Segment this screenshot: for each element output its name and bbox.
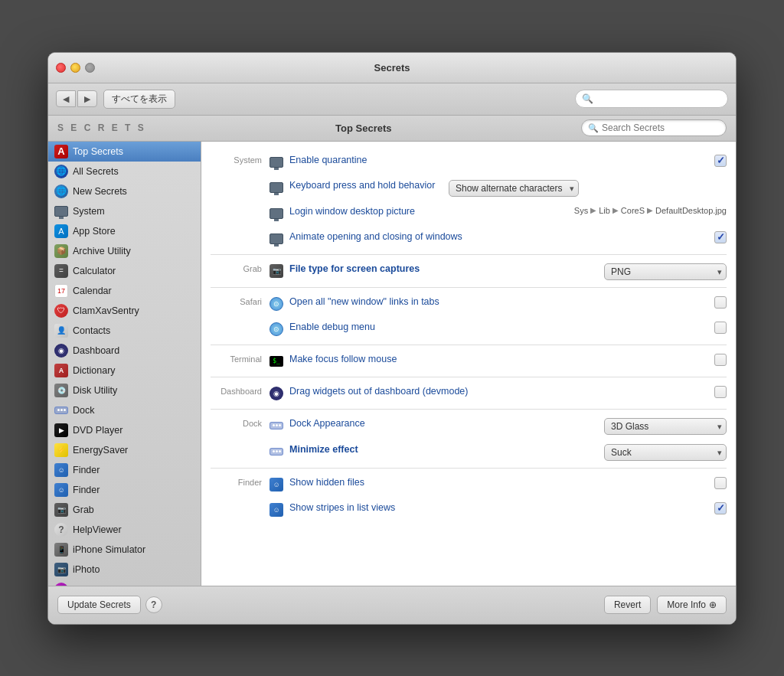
pref-icon-keyboard xyxy=(268,179,285,196)
pref-category-debug xyxy=(211,320,268,322)
update-secrets-button[interactable]: Update Secrets xyxy=(57,596,141,614)
pref-row-safari-tabs: Safari ⊙ Open all "new window" links in … xyxy=(201,291,736,316)
sidebar-item-system[interactable]: System xyxy=(48,201,201,221)
dropdown-dock-appearance[interactable]: 3D Glass Flat Hidden xyxy=(604,418,727,435)
sidebar-item-calculator[interactable]: = Calculator xyxy=(48,261,201,281)
section-search-box[interactable]: 🔍 xyxy=(581,119,727,136)
pref-label-login-picture[interactable]: Login window desktop picture xyxy=(289,204,568,217)
close-button[interactable] xyxy=(56,63,66,73)
sidebar-label-clamxav: ClamXavSentry xyxy=(73,305,139,316)
sidebar-label-contacts: Contacts xyxy=(73,325,110,336)
pref-label-enable-quarantine[interactable]: Enable quarantine xyxy=(289,153,708,165)
sidebar-item-new-secrets[interactable]: 🌐 New Secrets xyxy=(48,181,201,201)
checkbox-safari-tabs[interactable] xyxy=(714,296,727,309)
toolbar: ◀ ▶ すべてを表示 🔍 xyxy=(48,83,736,116)
pref-control-dock-appearance: 3D Glass Flat Hidden xyxy=(604,416,727,435)
sidebar-item-app-store[interactable]: A App Store xyxy=(48,221,201,241)
sidebar: A Top Secrets 🌐 All Secrets 🌐 New Secret… xyxy=(48,142,201,586)
sidebar-icon-calendar: 17 xyxy=(54,284,68,298)
pref-category-finder-2 xyxy=(211,501,268,503)
sidebar-item-finder-2[interactable]: ☺ Finder xyxy=(48,480,201,500)
sidebar-item-clamxav[interactable]: 🛡 ClamXavSentry xyxy=(48,301,201,321)
sidebar-item-disk-utility[interactable]: 💿 Disk Utility xyxy=(48,380,201,400)
pref-icon-debug: ⊙ xyxy=(268,321,285,338)
sidebar-item-calendar[interactable]: 17 Calendar xyxy=(48,281,201,301)
traffic-lights xyxy=(56,63,95,73)
pref-category-animate xyxy=(211,230,268,232)
section-search-input[interactable] xyxy=(602,122,720,133)
sidebar-item-dashboard[interactable]: ◉ Dashboard xyxy=(48,341,201,361)
minimize-button[interactable] xyxy=(70,63,80,73)
pref-label-filetype[interactable]: File type for screen captures xyxy=(289,262,598,274)
back-button[interactable]: ◀ xyxy=(56,90,76,107)
sidebar-label-dictionary: Dictionary xyxy=(73,365,116,376)
pref-label-hidden-files[interactable]: Show hidden files xyxy=(289,475,708,488)
pref-control-minimize: Suck Genie Scale xyxy=(604,443,727,461)
sidebar-item-dictionary[interactable]: A Dictionary xyxy=(48,361,201,380)
pref-category-login-picture xyxy=(211,204,268,207)
breadcrumb-text: S E C R E T S xyxy=(57,122,146,133)
maximize-button[interactable] xyxy=(85,63,95,73)
pref-category-keyboard xyxy=(211,178,268,181)
sidebar-item-all-secrets[interactable]: 🌐 All Secrets xyxy=(48,162,201,181)
pref-icon-terminal: $_ xyxy=(268,353,285,370)
toolbar-search-input[interactable] xyxy=(596,93,721,104)
pref-row-animate: Animate opening and closing of windows ✓ xyxy=(201,226,736,251)
help-button[interactable]: ? xyxy=(145,596,162,613)
sidebar-item-grab[interactable]: 📷 Grab xyxy=(48,500,201,520)
pref-label-focus[interactable]: Make focus follow mouse xyxy=(289,352,708,364)
dropdown-filetype[interactable]: PNG TIFF JPEG PDF xyxy=(604,263,727,280)
toolbar-search-box[interactable]: 🔍 xyxy=(575,90,728,108)
checkbox-enable-quarantine[interactable]: ✓ xyxy=(714,155,727,167)
pref-label-dashboard[interactable]: Drag widgets out of dashboard (devmode) xyxy=(289,384,708,397)
sidebar-label-finder-2: Finder xyxy=(73,485,100,495)
pref-label-keyboard[interactable]: Keyboard press and hold behavior xyxy=(289,178,443,191)
pref-label-dock-appearance[interactable]: Dock Appearance xyxy=(289,416,598,429)
forward-button[interactable]: ▶ xyxy=(77,90,97,107)
pref-control-keyboard: Show alternate characters Repeat key xyxy=(449,178,579,197)
pref-icon-login-picture xyxy=(268,205,285,222)
more-info-button[interactable]: More Info ⊕ xyxy=(657,596,727,614)
sidebar-item-top-secrets[interactable]: A Top Secrets xyxy=(48,142,201,162)
pref-label-minimize[interactable]: Minimize effect xyxy=(289,443,598,455)
sidebar-item-dvd[interactable]: ▶ DVD Player xyxy=(48,420,201,440)
sidebar-label-archive-utility: Archive Utility xyxy=(73,246,131,256)
pref-label-safari-tabs[interactable]: Open all "new window" links in tabs xyxy=(289,295,708,307)
sidebar-icon-calculator: = xyxy=(54,264,68,278)
sidebar-item-dock[interactable]: Dock xyxy=(48,400,201,420)
pref-label-debug[interactable]: Enable debug menu xyxy=(289,320,708,332)
sidebar-item-iphoto[interactable]: 📷 iPhoto xyxy=(48,560,201,580)
sidebar-item-finder-1[interactable]: ☺ Finder xyxy=(48,460,201,480)
checkbox-focus[interactable] xyxy=(714,354,727,366)
pref-icon-safari-tabs: ⊙ xyxy=(268,296,285,312)
pref-row-filetype: Grab 📷 File type for screen captures PNG… xyxy=(201,258,736,284)
checkbox-stripes[interactable]: ✓ xyxy=(714,502,727,514)
sidebar-label-dock: Dock xyxy=(73,405,94,416)
separator-6 xyxy=(211,468,727,469)
checkbox-animate[interactable]: ✓ xyxy=(714,231,727,243)
sidebar-icon-energy: ⚡ xyxy=(54,443,68,457)
pref-icon-dashboard-row: ◉ xyxy=(268,385,285,402)
pref-category-system: System xyxy=(211,153,268,165)
sidebar-item-helpviewer[interactable]: ? HelpViewer xyxy=(48,520,201,540)
show-all-button[interactable]: すべてを表示 xyxy=(103,90,175,109)
sidebar-icon-contacts: 👤 xyxy=(54,324,68,338)
sidebar-item-contacts[interactable]: 👤 Contacts xyxy=(48,321,201,341)
sidebar-item-archive-utility[interactable]: 📦 Archive Utility xyxy=(48,241,201,261)
checkbox-dashboard[interactable] xyxy=(714,386,727,398)
checkbox-debug[interactable] xyxy=(714,322,727,334)
sidebar-item-iphone-sim[interactable]: 📱 iPhone Simulator xyxy=(48,540,201,560)
sidebar-icon-clamxav: 🛡 xyxy=(54,304,68,318)
sidebar-item-itunes[interactable]: ♫ iTunes xyxy=(48,580,201,586)
dropdown-keyboard[interactable]: Show alternate characters Repeat key xyxy=(449,180,579,197)
pref-label-animate[interactable]: Animate opening and closing of windows xyxy=(289,230,708,242)
pref-label-stripes[interactable]: Show stripes in list views xyxy=(289,501,708,513)
dropdown-wrapper-keyboard: Show alternate characters Repeat key xyxy=(449,180,579,197)
sidebar-icon-dvd: ▶ xyxy=(54,423,68,437)
dropdown-minimize[interactable]: Suck Genie Scale xyxy=(604,444,727,461)
revert-button[interactable]: Revert xyxy=(604,596,651,614)
breadcrumb-title: Top Secrets xyxy=(335,122,391,134)
checkbox-hidden-files[interactable] xyxy=(714,477,727,489)
sidebar-item-energy[interactable]: ⚡ EnergySaver xyxy=(48,440,201,460)
pref-control-safari-tabs xyxy=(714,295,727,309)
